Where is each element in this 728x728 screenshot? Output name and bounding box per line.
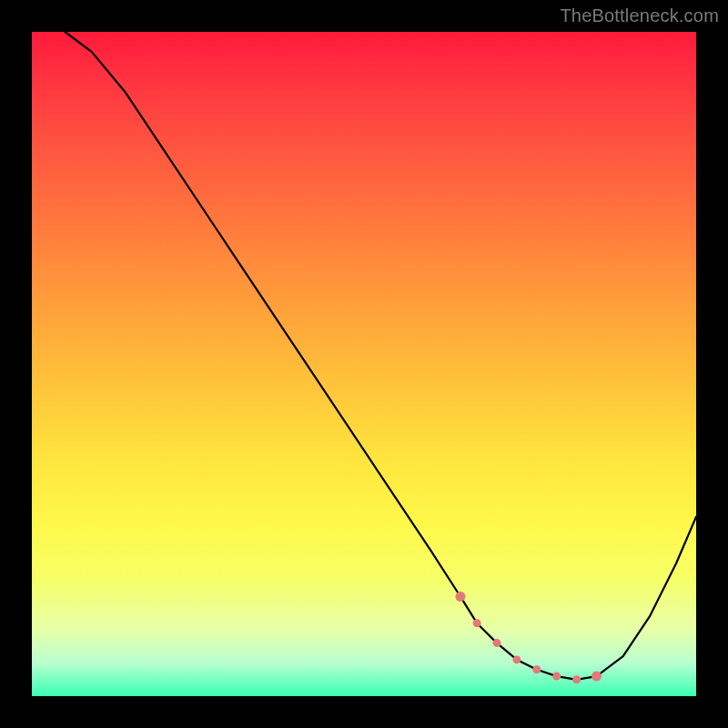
marker-dot [552,672,561,681]
marker-dot [592,672,602,682]
marker-dot [493,639,501,647]
watermark-label: TheBottleneck.com [560,5,719,26]
marker-dot [532,665,541,673]
marker-dot [473,619,481,627]
marker-dot [512,655,521,663]
chart-frame: TheBottleneck.com [0,0,728,728]
curve-svg [32,32,696,696]
marker-dot [455,592,465,602]
marker-group [455,592,602,683]
plot-area [32,32,696,696]
marker-dot [572,675,581,683]
curve-path [66,32,697,680]
